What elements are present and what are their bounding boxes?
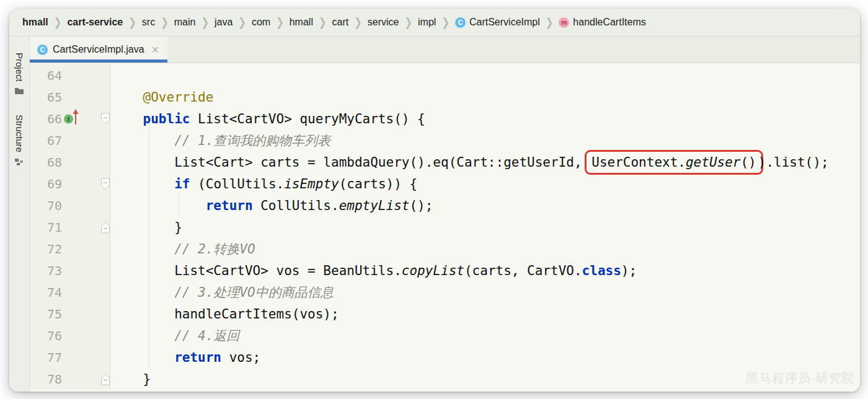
code-line[interactable]: 65 @Override bbox=[30, 86, 860, 108]
gutter: 69 bbox=[30, 173, 110, 195]
code-segment: (); bbox=[409, 198, 433, 213]
code-line[interactable]: 67 // 1.查询我的购物车列表 bbox=[30, 129, 860, 151]
gutter: 75 bbox=[30, 303, 110, 325]
gutter: 77 bbox=[30, 346, 110, 368]
breadcrumb-item-label: service bbox=[368, 17, 399, 28]
code-line[interactable]: 76 // 4.返回 bbox=[30, 325, 860, 346]
code-line[interactable]: 71 } bbox=[30, 216, 860, 238]
fold-marker-down-icon[interactable] bbox=[100, 177, 110, 190]
tab-title: CartServiceImpl.java bbox=[53, 44, 144, 55]
code-segment: List<CartVO> vos = BeanUtils. bbox=[112, 263, 402, 278]
close-icon[interactable]: × bbox=[152, 43, 159, 56]
code-text: @Override bbox=[110, 90, 213, 105]
code-text: // 2.转换VO bbox=[110, 240, 255, 258]
code-segment: (CollUtils. bbox=[190, 177, 284, 191]
code-line[interactable]: 73 List<CartVO> vos = BeanUtils.copyList… bbox=[30, 260, 860, 281]
breadcrumb-item-service[interactable]: service bbox=[368, 17, 399, 28]
code-segment: ); bbox=[621, 263, 637, 278]
breadcrumb-item-cartserviceimpl[interactable]: CCartServiceImpl bbox=[455, 17, 540, 28]
code-segment: } bbox=[112, 220, 182, 235]
breadcrumb-separator-icon: ❯ bbox=[238, 15, 246, 30]
code-segment: // 2.转换VO bbox=[112, 242, 255, 256]
ide-window: hmall❯cart-service❯src❯main❯java❯com❯hma… bbox=[9, 9, 860, 392]
gutter: 68 bbox=[30, 151, 110, 173]
breadcrumb-item-cart[interactable]: cart bbox=[332, 17, 349, 28]
code-text: List<Cart> carts = lambdaQuery().eq(Cart… bbox=[110, 155, 829, 170]
code-segment: List<CartVO> queryMyCarts() { bbox=[190, 112, 425, 126]
code-line[interactable]: 66I public List<CartVO> queryMyCarts() { bbox=[30, 108, 860, 129]
breadcrumb-separator-icon: ❯ bbox=[354, 15, 362, 30]
gutter: 71 bbox=[30, 216, 110, 238]
sidebar-item-label: Structure bbox=[14, 115, 25, 152]
code-text: // 3.处理VO中的商品信息 bbox=[110, 284, 334, 301]
code-segment: getUser bbox=[686, 155, 741, 170]
breadcrumb-item-label: hmall bbox=[290, 17, 313, 28]
code-segment: ).list(); bbox=[758, 155, 829, 170]
breadcrumb-item-hmall[interactable]: hmall bbox=[22, 17, 48, 28]
override-arrow-icon[interactable] bbox=[72, 109, 79, 128]
breadcrumb-item-handlecartitems[interactable]: mhandleCartItems bbox=[559, 17, 645, 28]
line-number: 66 bbox=[30, 112, 62, 126]
code-segment: // 3.处理VO中的商品信息 bbox=[112, 285, 334, 300]
method-icon: m bbox=[559, 17, 569, 28]
line-number: 76 bbox=[30, 328, 62, 343]
code-segment: copyList bbox=[402, 263, 464, 278]
breadcrumb-item-com[interactable]: com bbox=[252, 17, 270, 28]
sidebar-item-structure[interactable]: Structure bbox=[14, 115, 25, 167]
breadcrumb-item-main[interactable]: main bbox=[174, 17, 196, 28]
code-segment: if bbox=[174, 177, 190, 191]
breadcrumb-item-src[interactable]: src bbox=[142, 17, 155, 28]
line-number: 75 bbox=[30, 307, 62, 322]
gutter: 66I bbox=[30, 108, 110, 129]
sidebar-item-project[interactable]: Project bbox=[14, 53, 25, 96]
editor-tab-bar: C CartServiceImpl.java × bbox=[30, 37, 860, 63]
line-number: 74 bbox=[30, 285, 62, 300]
gutter: 76 bbox=[30, 325, 110, 346]
breadcrumb-item-java[interactable]: java bbox=[215, 17, 232, 28]
line-number: 73 bbox=[30, 263, 62, 278]
code-line[interactable]: 70 return CollUtils.emptyList(); bbox=[30, 195, 860, 216]
code-line[interactable]: 78 } bbox=[30, 368, 860, 390]
code-line[interactable]: 75 handleCartItems(vos); bbox=[30, 303, 860, 325]
fold-marker-up-icon[interactable] bbox=[100, 221, 110, 234]
fold-marker-up-icon[interactable] bbox=[100, 372, 110, 385]
code-line[interactable]: 69 if (CollUtils.isEmpty(carts)) { bbox=[30, 173, 860, 195]
line-number: 68 bbox=[30, 155, 62, 170]
line-number: 67 bbox=[30, 133, 62, 148]
code-line[interactable]: 77 return vos; bbox=[30, 346, 860, 368]
breadcrumb-separator-icon: ❯ bbox=[161, 15, 169, 30]
breadcrumb-item-label: CartServiceImpl bbox=[469, 17, 540, 28]
breadcrumb-item-label: src bbox=[142, 17, 155, 28]
code-editor[interactable]: 6465 @Override66I public List<CartVO> qu… bbox=[30, 63, 860, 392]
code-text: handleCartItems(vos); bbox=[110, 307, 339, 322]
code-text: public List<CartVO> queryMyCarts() { bbox=[110, 112, 425, 126]
breadcrumb-item-label: main bbox=[174, 17, 196, 28]
code-line[interactable]: 64 bbox=[30, 64, 860, 86]
code-segment bbox=[112, 90, 143, 105]
sidebar-item-label: Project bbox=[14, 53, 25, 82]
code-segment bbox=[112, 198, 206, 213]
code-segment: emptyList bbox=[339, 198, 410, 213]
code-segment: class bbox=[582, 263, 621, 278]
code-line[interactable]: 74 // 3.处理VO中的商品信息 bbox=[30, 281, 860, 303]
code-segment: return bbox=[174, 350, 221, 365]
tab-cartserviceimpl[interactable]: C CartServiceImpl.java × bbox=[30, 37, 167, 63]
breadcrumb-item-cart-service[interactable]: cart-service bbox=[67, 17, 123, 28]
breadcrumb-separator-icon: ❯ bbox=[404, 15, 412, 30]
watermark: 黑马程序员-研究院 bbox=[746, 370, 855, 387]
breadcrumb-separator-icon: ❯ bbox=[441, 15, 450, 30]
breadcrumb-item-label: cart-service bbox=[67, 17, 123, 28]
breadcrumb-separator-icon: ❯ bbox=[128, 15, 136, 30]
fold-marker-down-icon[interactable] bbox=[100, 112, 110, 125]
breadcrumb-item-hmall[interactable]: hmall bbox=[290, 17, 313, 28]
structure-icon bbox=[14, 157, 24, 167]
folder-icon bbox=[14, 86, 24, 96]
line-number: 78 bbox=[30, 372, 62, 387]
code-line[interactable]: 68 List<Cart> carts = lambdaQuery().eq(C… bbox=[30, 151, 860, 173]
code-segment: isEmpty bbox=[284, 177, 339, 191]
code-segment: () bbox=[740, 155, 756, 170]
code-line[interactable]: 72 // 2.转换VO bbox=[30, 238, 860, 260]
tool-window-stripe: ProjectStructure bbox=[9, 37, 30, 392]
gutter: 74 bbox=[30, 281, 110, 303]
breadcrumb-item-impl[interactable]: impl bbox=[418, 17, 436, 28]
